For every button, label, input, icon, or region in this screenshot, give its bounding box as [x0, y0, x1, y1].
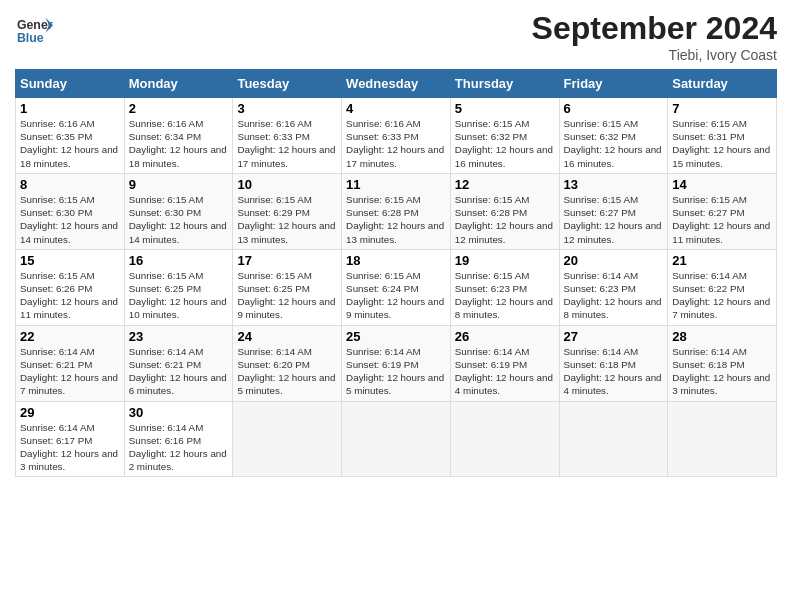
col-wednesday: Wednesday	[342, 70, 451, 98]
day-info: Sunrise: 6:14 AMSunset: 6:19 PMDaylight:…	[455, 346, 553, 397]
col-tuesday: Tuesday	[233, 70, 342, 98]
calendar-day-cell	[342, 401, 451, 477]
day-info: Sunrise: 6:15 AMSunset: 6:30 PMDaylight:…	[129, 194, 227, 245]
day-info: Sunrise: 6:14 AMSunset: 6:20 PMDaylight:…	[237, 346, 335, 397]
calendar-day-cell: 14Sunrise: 6:15 AMSunset: 6:27 PMDayligh…	[668, 173, 777, 249]
col-friday: Friday	[559, 70, 668, 98]
calendar-day-cell: 25Sunrise: 6:14 AMSunset: 6:19 PMDayligh…	[342, 325, 451, 401]
calendar-day-cell: 16Sunrise: 6:15 AMSunset: 6:25 PMDayligh…	[124, 249, 233, 325]
calendar-week-row: 15Sunrise: 6:15 AMSunset: 6:26 PMDayligh…	[16, 249, 777, 325]
day-number: 18	[346, 253, 446, 268]
calendar-week-row: 1Sunrise: 6:16 AMSunset: 6:35 PMDaylight…	[16, 98, 777, 174]
day-number: 20	[564, 253, 664, 268]
day-number: 4	[346, 101, 446, 116]
day-number: 19	[455, 253, 555, 268]
calendar-day-cell: 26Sunrise: 6:14 AMSunset: 6:19 PMDayligh…	[450, 325, 559, 401]
calendar-day-cell: 5Sunrise: 6:15 AMSunset: 6:32 PMDaylight…	[450, 98, 559, 174]
calendar-week-row: 22Sunrise: 6:14 AMSunset: 6:21 PMDayligh…	[16, 325, 777, 401]
day-number: 17	[237, 253, 337, 268]
day-number: 30	[129, 405, 229, 420]
calendar-day-cell: 13Sunrise: 6:15 AMSunset: 6:27 PMDayligh…	[559, 173, 668, 249]
day-number: 21	[672, 253, 772, 268]
title-block: September 2024 Tiebi, Ivory Coast	[532, 10, 777, 63]
day-info: Sunrise: 6:16 AMSunset: 6:33 PMDaylight:…	[346, 118, 444, 169]
day-number: 2	[129, 101, 229, 116]
calendar-day-cell: 4Sunrise: 6:16 AMSunset: 6:33 PMDaylight…	[342, 98, 451, 174]
header: General Blue September 2024 Tiebi, Ivory…	[15, 10, 777, 63]
location-title: Tiebi, Ivory Coast	[532, 47, 777, 63]
day-number: 15	[20, 253, 120, 268]
day-number: 3	[237, 101, 337, 116]
calendar-day-cell: 21Sunrise: 6:14 AMSunset: 6:22 PMDayligh…	[668, 249, 777, 325]
day-info: Sunrise: 6:15 AMSunset: 6:32 PMDaylight:…	[564, 118, 662, 169]
calendar-table: Sunday Monday Tuesday Wednesday Thursday…	[15, 69, 777, 477]
calendar-day-cell: 7Sunrise: 6:15 AMSunset: 6:31 PMDaylight…	[668, 98, 777, 174]
day-number: 12	[455, 177, 555, 192]
day-info: Sunrise: 6:15 AMSunset: 6:29 PMDaylight:…	[237, 194, 335, 245]
day-number: 10	[237, 177, 337, 192]
day-info: Sunrise: 6:16 AMSunset: 6:33 PMDaylight:…	[237, 118, 335, 169]
calendar-day-cell: 30Sunrise: 6:14 AMSunset: 6:16 PMDayligh…	[124, 401, 233, 477]
day-number: 13	[564, 177, 664, 192]
calendar-day-cell: 15Sunrise: 6:15 AMSunset: 6:26 PMDayligh…	[16, 249, 125, 325]
day-info: Sunrise: 6:14 AMSunset: 6:22 PMDaylight:…	[672, 270, 770, 321]
day-number: 29	[20, 405, 120, 420]
day-number: 5	[455, 101, 555, 116]
calendar-day-cell	[559, 401, 668, 477]
day-number: 24	[237, 329, 337, 344]
day-info: Sunrise: 6:15 AMSunset: 6:24 PMDaylight:…	[346, 270, 444, 321]
day-info: Sunrise: 6:15 AMSunset: 6:30 PMDaylight:…	[20, 194, 118, 245]
calendar-day-cell: 27Sunrise: 6:14 AMSunset: 6:18 PMDayligh…	[559, 325, 668, 401]
day-number: 7	[672, 101, 772, 116]
calendar-day-cell: 29Sunrise: 6:14 AMSunset: 6:17 PMDayligh…	[16, 401, 125, 477]
calendar-day-cell: 11Sunrise: 6:15 AMSunset: 6:28 PMDayligh…	[342, 173, 451, 249]
calendar-day-cell	[450, 401, 559, 477]
day-info: Sunrise: 6:14 AMSunset: 6:23 PMDaylight:…	[564, 270, 662, 321]
day-info: Sunrise: 6:14 AMSunset: 6:19 PMDaylight:…	[346, 346, 444, 397]
svg-text:Blue: Blue	[17, 31, 44, 45]
day-info: Sunrise: 6:15 AMSunset: 6:31 PMDaylight:…	[672, 118, 770, 169]
day-number: 14	[672, 177, 772, 192]
day-number: 6	[564, 101, 664, 116]
day-info: Sunrise: 6:15 AMSunset: 6:27 PMDaylight:…	[564, 194, 662, 245]
calendar-day-cell: 8Sunrise: 6:15 AMSunset: 6:30 PMDaylight…	[16, 173, 125, 249]
day-info: Sunrise: 6:15 AMSunset: 6:25 PMDaylight:…	[237, 270, 335, 321]
day-info: Sunrise: 6:14 AMSunset: 6:16 PMDaylight:…	[129, 422, 227, 473]
day-number: 23	[129, 329, 229, 344]
day-number: 26	[455, 329, 555, 344]
calendar-day-cell: 17Sunrise: 6:15 AMSunset: 6:25 PMDayligh…	[233, 249, 342, 325]
day-number: 9	[129, 177, 229, 192]
header-row: Sunday Monday Tuesday Wednesday Thursday…	[16, 70, 777, 98]
day-number: 28	[672, 329, 772, 344]
calendar-day-cell: 20Sunrise: 6:14 AMSunset: 6:23 PMDayligh…	[559, 249, 668, 325]
day-number: 27	[564, 329, 664, 344]
calendar-day-cell: 24Sunrise: 6:14 AMSunset: 6:20 PMDayligh…	[233, 325, 342, 401]
logo-icon: General Blue	[15, 10, 53, 48]
day-number: 1	[20, 101, 120, 116]
col-saturday: Saturday	[668, 70, 777, 98]
calendar-day-cell: 22Sunrise: 6:14 AMSunset: 6:21 PMDayligh…	[16, 325, 125, 401]
calendar-day-cell: 2Sunrise: 6:16 AMSunset: 6:34 PMDaylight…	[124, 98, 233, 174]
calendar-day-cell	[668, 401, 777, 477]
col-monday: Monday	[124, 70, 233, 98]
calendar-day-cell: 12Sunrise: 6:15 AMSunset: 6:28 PMDayligh…	[450, 173, 559, 249]
calendar-day-cell: 1Sunrise: 6:16 AMSunset: 6:35 PMDaylight…	[16, 98, 125, 174]
day-info: Sunrise: 6:14 AMSunset: 6:21 PMDaylight:…	[20, 346, 118, 397]
calendar-week-row: 8Sunrise: 6:15 AMSunset: 6:30 PMDaylight…	[16, 173, 777, 249]
calendar-day-cell	[233, 401, 342, 477]
day-info: Sunrise: 6:14 AMSunset: 6:18 PMDaylight:…	[672, 346, 770, 397]
calendar-day-cell: 9Sunrise: 6:15 AMSunset: 6:30 PMDaylight…	[124, 173, 233, 249]
day-number: 16	[129, 253, 229, 268]
day-info: Sunrise: 6:14 AMSunset: 6:21 PMDaylight:…	[129, 346, 227, 397]
calendar-day-cell: 6Sunrise: 6:15 AMSunset: 6:32 PMDaylight…	[559, 98, 668, 174]
day-info: Sunrise: 6:15 AMSunset: 6:32 PMDaylight:…	[455, 118, 553, 169]
day-number: 11	[346, 177, 446, 192]
day-number: 25	[346, 329, 446, 344]
calendar-day-cell: 19Sunrise: 6:15 AMSunset: 6:23 PMDayligh…	[450, 249, 559, 325]
day-info: Sunrise: 6:15 AMSunset: 6:28 PMDaylight:…	[346, 194, 444, 245]
day-info: Sunrise: 6:14 AMSunset: 6:18 PMDaylight:…	[564, 346, 662, 397]
calendar-day-cell: 10Sunrise: 6:15 AMSunset: 6:29 PMDayligh…	[233, 173, 342, 249]
col-sunday: Sunday	[16, 70, 125, 98]
calendar-day-cell: 23Sunrise: 6:14 AMSunset: 6:21 PMDayligh…	[124, 325, 233, 401]
day-info: Sunrise: 6:15 AMSunset: 6:26 PMDaylight:…	[20, 270, 118, 321]
